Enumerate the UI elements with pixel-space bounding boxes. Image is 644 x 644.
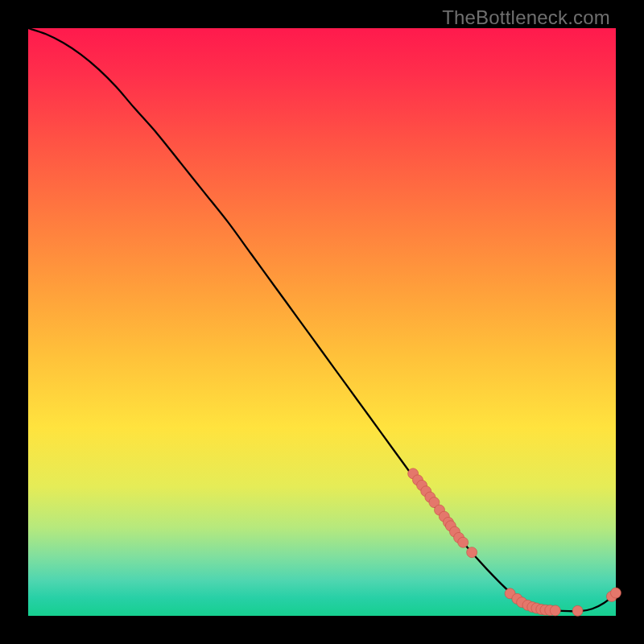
curve-markers: [408, 469, 621, 616]
chart-frame: TheBottleneck.com: [0, 0, 644, 644]
plot-area: [28, 28, 616, 616]
curve-marker: [611, 588, 621, 598]
bottleneck-curve-line: [28, 28, 616, 611]
curve-marker: [458, 537, 469, 547]
curve-marker: [572, 605, 583, 616]
chart-svg: [28, 28, 616, 616]
watermark-text: TheBottleneck.com: [442, 6, 610, 29]
curve-marker: [467, 547, 477, 558]
curve-marker: [550, 605, 560, 616]
